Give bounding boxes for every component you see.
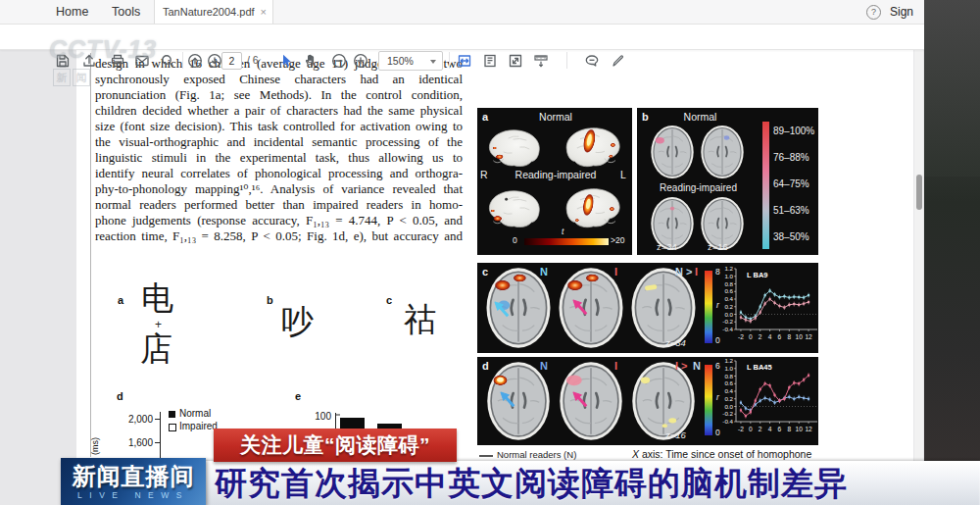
- panel-c-colorbar: [705, 271, 712, 343]
- svg-text:12: 12: [805, 333, 812, 340]
- panel-d-i-label: I: [614, 360, 617, 372]
- svg-text:L BA45: L BA45: [747, 363, 772, 372]
- axial-slice: [556, 267, 626, 349]
- fig1d-ytick: 2,000: [120, 414, 153, 425]
- paper-text-line: the visual-orthographic and incidental s…: [95, 134, 463, 150]
- svg-text:0.8: 0.8: [724, 373, 733, 379]
- paper-text-line: pronunciation (Fig. 1a; see Methods). In…: [95, 87, 463, 103]
- actual-size-icon[interactable]: [508, 53, 523, 69]
- panel-c-i-label: I: [614, 266, 617, 278]
- panel-b-scale-1: 89–100%: [773, 126, 814, 136]
- page-down-icon[interactable]: [207, 53, 222, 69]
- tab-close-icon[interactable]: ×: [261, 0, 267, 24]
- panel-b-scale-2: 76–88%: [773, 152, 809, 163]
- panel-c-cb-bot: 0: [715, 335, 720, 345]
- axial-slice: [483, 361, 554, 441]
- document-tab[interactable]: TanNature2004.pdf ×: [154, 0, 273, 24]
- print-icon[interactable]: [110, 53, 125, 69]
- save-icon[interactable]: [55, 53, 71, 69]
- page-left-rule: [90, 53, 91, 457]
- svg-text:-2: -2: [738, 333, 744, 340]
- toolbar-separator: [449, 52, 450, 69]
- pencil-tool-icon[interactable]: [611, 53, 626, 69]
- paper-text-line: synchronously exposed Chinese characters…: [95, 72, 463, 87]
- legend-normal-swatch: [169, 411, 175, 418]
- svg-text:0.2: 0.2: [724, 395, 733, 402]
- svg-text:-0.2: -0.2: [722, 318, 733, 325]
- svg-text:0.6: 0.6: [724, 287, 733, 294]
- fig1e-label: e: [295, 390, 301, 402]
- zoom-level-select[interactable]: 150%: [378, 51, 443, 71]
- panel-b-colorbar: [762, 122, 769, 249]
- menu-home[interactable]: Home: [56, 0, 88, 24]
- fit-width-icon[interactable]: [457, 53, 472, 69]
- svg-text:0.6: 0.6: [724, 379, 733, 386]
- legend-impaired-label: Impaired: [179, 421, 218, 431]
- hand-tool-icon[interactable]: [303, 53, 318, 69]
- help-icon[interactable]: ?: [866, 5, 881, 20]
- magenta-arrow-icon: [571, 298, 590, 317]
- panel-c-cb-r: r: [716, 300, 719, 310]
- fig-footer-xaxis-note: X axis: Time since onset of homophone: [632, 448, 811, 460]
- paper-text-line: normal readers performed better than imp…: [95, 197, 463, 213]
- legend-normal-label: Normal: [179, 408, 211, 419]
- brain-lateral-impaired-right: [483, 186, 546, 231]
- panel-a-colorbar-t: t: [562, 227, 564, 236]
- zoom-in-icon[interactable]: [353, 53, 368, 69]
- svg-text:0.0: 0.0: [724, 311, 733, 318]
- measure-tool-icon[interactable]: [533, 53, 549, 69]
- page-number-input[interactable]: 2: [221, 52, 242, 70]
- panel-d-label: d: [482, 360, 489, 372]
- fig1a-char-top: 电: [141, 282, 173, 315]
- magenta-arrow-icon: [571, 390, 590, 409]
- panel-b-z16: z=16: [708, 241, 728, 252]
- panel-a-r-label: R: [480, 169, 488, 180]
- zoom-level-value: 150%: [387, 52, 414, 70]
- figure-panel-c: c N I N > I z=34 8 r 0 1.21.00.80.60.40.…: [477, 263, 818, 353]
- comment-tool-icon[interactable]: [584, 53, 600, 69]
- axial-slice: [628, 361, 699, 441]
- toolbar: 2 / 6 150%: [0, 25, 924, 50]
- line-chart-lba9: 1.21.00.80.60.40.20.0-0.2-0.4-2024681012…: [716, 263, 818, 353]
- zoom-out-icon[interactable]: [331, 53, 347, 69]
- xaxis-x: X: [632, 448, 639, 460]
- fig1a-char-bottom: 店: [140, 333, 172, 366]
- email-icon[interactable]: [134, 53, 150, 69]
- panel-b-z34: z=34: [657, 241, 677, 252]
- panel-c-contrast-i: I: [695, 266, 698, 278]
- svg-text:1.0: 1.0: [724, 273, 733, 279]
- panel-d-colorbar: [705, 365, 712, 435]
- fig1b-char: 吵: [281, 306, 314, 338]
- search-icon[interactable]: [160, 53, 175, 69]
- document-tab-label: TanNature2004.pdf: [163, 6, 255, 18]
- zoom-caret-icon: [430, 60, 436, 64]
- brain-lateral-impaired-left: [560, 184, 626, 231]
- scrollbar-track[interactable]: [914, 49, 923, 505]
- video-frame-edge: [924, 0, 980, 505]
- sign-in-button[interactable]: Sign In: [890, 0, 924, 24]
- panel-b-title-impaired: Reading-impaired: [637, 182, 760, 193]
- axial-slice: [650, 125, 695, 179]
- panel-d-cb-bot: 0: [715, 428, 720, 437]
- svg-text:L BA9: L BA9: [747, 271, 768, 279]
- fig1d-y-unit: (ms): [90, 437, 100, 455]
- axial-slice: [556, 361, 626, 441]
- fig1e-ytick: 100: [304, 411, 331, 422]
- select-tool-icon[interactable]: [278, 53, 294, 69]
- brain-lateral-normal-left: [560, 124, 626, 171]
- news-program-logo: 新闻直播间 LIVE NEWS: [61, 458, 206, 505]
- fit-page-icon[interactable]: [482, 53, 498, 69]
- panel-c-n-label: N: [540, 266, 548, 278]
- brain-lateral-normal-right: [483, 126, 546, 171]
- svg-text:8: 8: [787, 333, 791, 340]
- fig1c-char: 祜: [404, 304, 436, 336]
- menu-tools[interactable]: Tools: [112, 0, 140, 24]
- cyan-arrow-icon: [493, 300, 512, 319]
- upload-icon[interactable]: [81, 53, 97, 69]
- panel-d-cb-r: r: [716, 392, 719, 402]
- axial-slice: [700, 125, 745, 179]
- scrollbar-thumb[interactable]: [916, 175, 922, 210]
- page-up-icon[interactable]: [187, 53, 203, 69]
- panel-c-cb-top: 8: [715, 267, 720, 277]
- svg-text:0.4: 0.4: [724, 387, 733, 394]
